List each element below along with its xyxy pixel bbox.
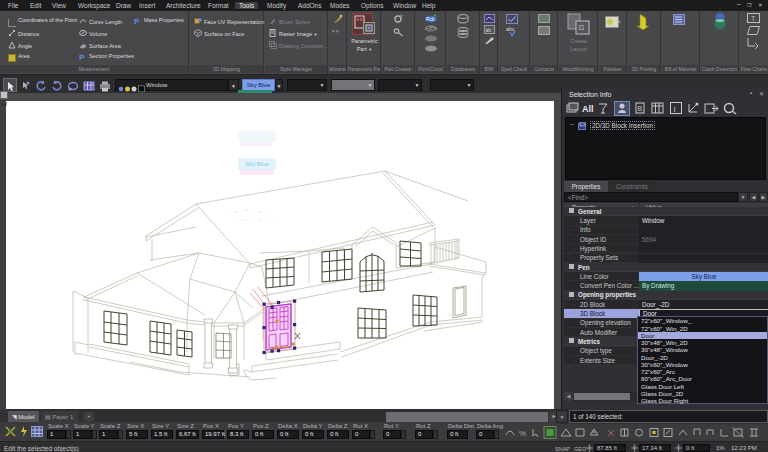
- svg-text:Pcb: Pcb: [427, 27, 435, 32]
- svg-text:T: T: [751, 15, 756, 22]
- svg-text:ab: ab: [486, 27, 492, 33]
- svg-text:⊡: ⊡: [579, 24, 585, 31]
- svg-text:Pcb: Pcb: [426, 16, 435, 22]
- svg-text:I: I: [674, 105, 676, 114]
- svg-text:B: B: [638, 105, 643, 112]
- svg-text:%: %: [519, 429, 526, 438]
- svg-text:All: All: [582, 104, 594, 114]
- svg-text:abc: abc: [506, 26, 515, 32]
